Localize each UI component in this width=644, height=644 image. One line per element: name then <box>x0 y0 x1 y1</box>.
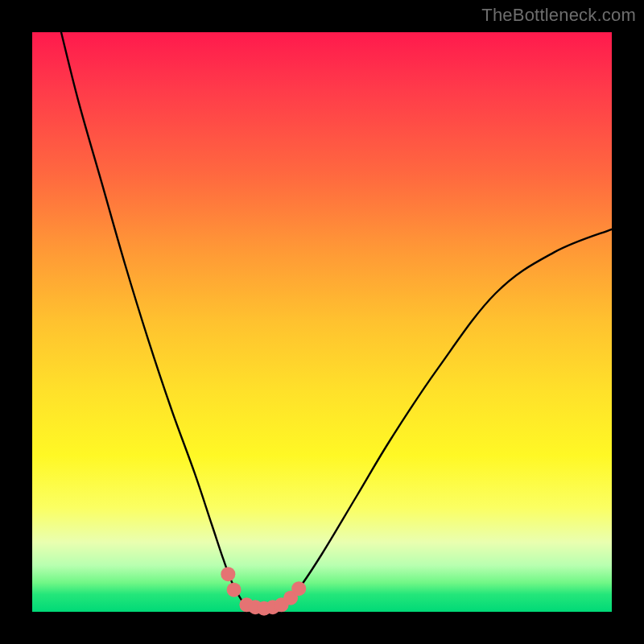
highlight-dot <box>291 581 306 596</box>
highlight-dot <box>227 583 242 597</box>
chart-frame: TheBottleneck.com <box>0 0 644 644</box>
highlight-dots <box>221 567 306 615</box>
watermark-text: TheBottleneck.com <box>481 5 636 26</box>
chart-overlay-svg <box>32 32 612 612</box>
bottleneck-curve <box>61 32 612 609</box>
highlight-dot <box>221 567 235 581</box>
